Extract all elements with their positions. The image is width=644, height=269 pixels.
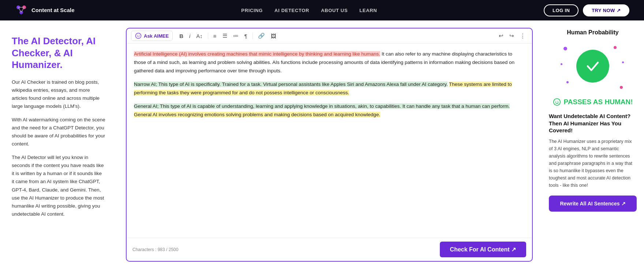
decoration-dot-3	[566, 81, 569, 83]
decoration-dot-2	[614, 46, 617, 49]
desc-para-3: The AI Detector will let you know in sec…	[12, 154, 105, 219]
text-segment-3b: General AI involves recognizing emotions…	[134, 112, 380, 117]
humanizer-description: The AI Humanizer uses a proprietary mix …	[549, 138, 637, 189]
editor-content[interactable]: Artificial Intelligence (AI) involves cr…	[127, 43, 532, 238]
nav-learn[interactable]: LEARN	[359, 8, 377, 13]
link-button[interactable]: 🔗	[256, 31, 267, 41]
passes-as-human-label: PASSES AS HUMAN!	[549, 98, 637, 106]
decoration-dot-5	[622, 61, 624, 63]
logo-text: Content at Scale	[31, 7, 75, 14]
svg-point-10	[555, 101, 556, 102]
left-panel: The AI Detector, AI Checker, & AI Humani…	[0, 20, 117, 269]
font-size-button[interactable]: A↕	[194, 31, 205, 41]
italic-button[interactable]: i	[187, 31, 192, 41]
try-now-button[interactable]: TRY NOW ↗	[583, 4, 629, 16]
rewrite-all-sentences-button[interactable]: Rewrite All AI Sentences ↗	[549, 196, 637, 212]
humanizer-title: Want Undetectable AI Content? Then AI Hu…	[549, 113, 637, 134]
checkmark-icon	[585, 58, 601, 74]
editor-footer: Characters : 983 / 2500 Check For AI Con…	[127, 238, 532, 261]
page-description: Our AI Checker is trained on blog posts,…	[12, 78, 105, 219]
login-button[interactable]: LOG IN	[544, 4, 579, 16]
svg-point-11	[557, 101, 558, 102]
editor-paragraph-1: Artificial Intelligence (AI) involves cr…	[134, 50, 525, 75]
align-center-button[interactable]: ☰	[220, 31, 229, 41]
desc-para-1: Our AI Checker is trained on blog posts,…	[12, 78, 105, 111]
center-panel: Ask AIMEE B i A↕ ≡ ☰ ≔ ¶ 🔗 🖼 ↩ ↪ ⋮	[117, 20, 542, 269]
smiley-icon	[553, 98, 561, 106]
image-button[interactable]: 🖼	[269, 31, 278, 41]
svg-point-8	[139, 35, 139, 36]
human-probability-title: Human Probability	[549, 29, 637, 36]
text-segment-3a: General AI; This type of AI is capable o…	[134, 103, 510, 109]
editor-toolbar: Ask AIMEE B i A↕ ≡ ☰ ≔ ¶ 🔗 🖼 ↩ ↪ ⋮	[127, 29, 532, 43]
more-options-button[interactable]: ⋮	[518, 31, 528, 41]
toolbar-divider-1	[208, 33, 208, 39]
nav-about-us[interactable]: ABOUT US	[321, 8, 348, 13]
char-count: Characters : 983 / 2500	[132, 247, 178, 252]
decoration-dot-1	[564, 47, 567, 50]
logo-link[interactable]: Content at Scale	[15, 4, 75, 17]
redo-button[interactable]: ↪	[507, 31, 516, 41]
editor-paragraph-3: General AI; This type of AI is capable o…	[134, 102, 525, 119]
svg-point-9	[553, 99, 560, 105]
aimee-icon	[135, 33, 142, 39]
passes-check-circle	[576, 50, 609, 83]
text-segment-1a: Artificial Intelligence (AI) involves cr…	[134, 51, 380, 57]
decoration-dot-4	[620, 86, 623, 89]
text-segment-2a: Narrow AI; This type of AI is specifical…	[134, 82, 448, 87]
svg-point-7	[137, 35, 138, 36]
undo-button[interactable]: ↩	[497, 31, 506, 41]
editor-paragraph-2: Narrow AI; This type of AI is specifical…	[134, 80, 525, 97]
probability-visual	[560, 43, 626, 91]
desc-para-2: With AI watermarking coming on the scene…	[12, 116, 105, 148]
nav-ai-detector[interactable]: AI DETECTOR	[274, 8, 309, 13]
nav-pricing[interactable]: PRICING	[241, 8, 263, 13]
decoration-dot-6	[561, 63, 562, 65]
bold-button[interactable]: B	[177, 31, 186, 41]
right-panel: Human Probability	[542, 20, 644, 269]
paragraph-button[interactable]: ¶	[242, 31, 250, 41]
editor-container: Ask AIMEE B i A↕ ≡ ☰ ≔ ¶ 🔗 🖼 ↩ ↪ ⋮	[126, 28, 533, 262]
ask-aimee-button[interactable]: Ask AIMEE	[131, 31, 173, 41]
list-button[interactable]: ≔	[231, 31, 241, 41]
svg-point-6	[136, 33, 141, 39]
check-ai-content-button[interactable]: Check For AI Content ↗	[440, 242, 526, 257]
align-left-button[interactable]: ≡	[211, 31, 219, 41]
page-title: The AI Detector, AI Checker, & AI Humani…	[12, 35, 105, 71]
toolbar-divider-2	[252, 33, 253, 39]
